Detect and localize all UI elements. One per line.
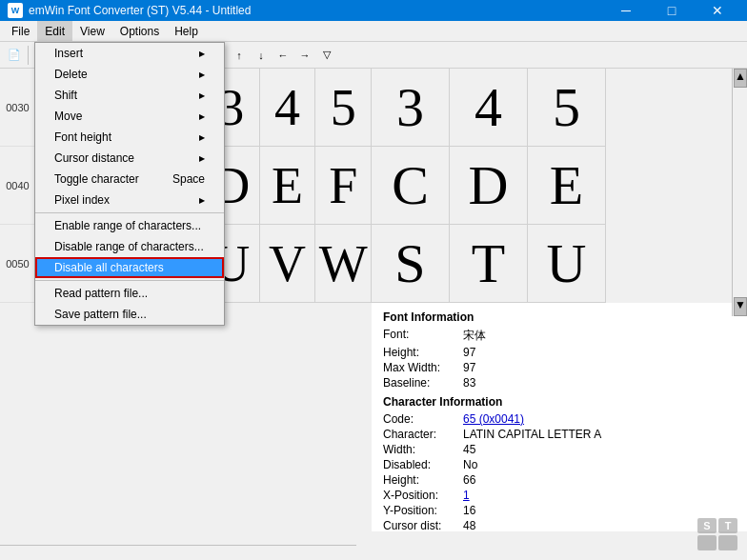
- menu-item-pixel-index[interactable]: Pixel index: [35, 190, 224, 210]
- char-cell-4[interactable]: 4: [260, 69, 316, 147]
- char-info-value-2: 45: [463, 443, 475, 456]
- char-cell-5[interactable]: 5: [315, 69, 372, 147]
- menu-item-enable-range[interactable]: Enable range of characters...: [35, 215, 224, 236]
- row-label-0040: 0040: [0, 147, 36, 225]
- char-info-label-4: Height:: [383, 473, 459, 487]
- char-info-row-1: Character: LATIN CAPITAL LETTER A: [383, 428, 601, 441]
- horizontal-scrollbar[interactable]: [0, 545, 356, 560]
- font-info-value-3: 83: [463, 376, 475, 390]
- menu-bar: File Edit View Options Help: [0, 21, 747, 42]
- title-bar: W emWin Font Converter (ST) V5.44 - Unti…: [0, 0, 747, 21]
- font-info-label-2: Max Width:: [383, 361, 459, 374]
- maximize-button[interactable]: □: [650, 0, 694, 21]
- menu-item-shift[interactable]: Shift: [35, 85, 224, 106]
- font-cell-U[interactable]: U: [528, 225, 606, 303]
- char-info-value-6: 16: [463, 504, 475, 517]
- char-info-value-7: 48: [463, 519, 475, 531]
- menu-item-save-pattern[interactable]: Save pattern file...: [35, 304, 224, 325]
- char-cell-W[interactable]: W: [315, 225, 372, 303]
- menu-item-cursor-distance[interactable]: Cursor distance: [35, 148, 224, 169]
- font-cell-4[interactable]: 4: [450, 69, 528, 147]
- char-info-title: Character Information: [383, 395, 601, 409]
- toolbar-btn-10[interactable]: ↑: [229, 45, 250, 66]
- menu-item-disable-all[interactable]: Disable all characters: [35, 257, 224, 278]
- menu-options[interactable]: Options: [112, 21, 167, 41]
- char-info-value-0[interactable]: 65 (0x0041): [463, 412, 524, 426]
- svg-rect-3: [718, 535, 737, 550]
- menu-view[interactable]: View: [72, 21, 112, 41]
- toolbar-btn-filter[interactable]: ▽: [316, 45, 337, 66]
- font-row-2: C D E: [372, 147, 747, 225]
- font-cell-T[interactable]: T: [450, 225, 528, 303]
- font-cell-5[interactable]: 5: [528, 69, 606, 147]
- char-info-value-1: LATIN CAPITAL LETTER A: [463, 428, 601, 441]
- toolbar-btn-new[interactable]: 📄: [4, 45, 25, 66]
- minimize-button[interactable]: ─: [604, 0, 648, 21]
- font-info-section: Font Information Font: 宋体 Height: 97 Max…: [383, 310, 601, 524]
- toggle-character-label: Toggle character: [54, 172, 139, 186]
- font-cell-E[interactable]: E: [528, 147, 606, 225]
- font-cell-3[interactable]: 3: [372, 69, 450, 147]
- svg-text:T: T: [725, 520, 732, 531]
- font-info-label-0: Font:: [383, 328, 459, 344]
- char-info-row-2: Width: 45: [383, 443, 601, 456]
- window-controls: ─ □ ✕: [604, 0, 739, 21]
- toolbar-btn-13[interactable]: →: [294, 45, 315, 66]
- font-cell-C[interactable]: C: [372, 147, 450, 225]
- font-info-value-2: 97: [463, 361, 475, 374]
- font-info-value-1: 97: [463, 346, 475, 359]
- char-info-row-3: Disabled: No: [383, 458, 601, 471]
- vertical-scrollbar[interactable]: ▲ ▼: [732, 69, 747, 316]
- info-area: Font Information Font: 宋体 Height: 97 Max…: [372, 303, 747, 531]
- separator-2: [35, 280, 224, 281]
- svg-rect-2: [697, 535, 717, 550]
- menu-item-font-height[interactable]: Font height: [35, 127, 224, 148]
- char-info-label-7: Cursor dist:: [383, 519, 459, 531]
- font-cell-S[interactable]: S: [372, 225, 450, 303]
- menu-item-read-pattern[interactable]: Read pattern file...: [35, 283, 224, 304]
- menu-item-delete[interactable]: Delete: [35, 64, 224, 85]
- char-info-row-5: X-Position: 1: [383, 489, 601, 502]
- toolbar-sep-1: [28, 46, 29, 65]
- char-info-value-3: No: [463, 458, 477, 471]
- font-row-1: 3 4 5: [372, 69, 747, 147]
- char-info-label-2: Width:: [383, 443, 459, 456]
- char-info-value-5[interactable]: 1: [463, 489, 470, 502]
- menu-item-move[interactable]: Move: [35, 106, 224, 127]
- menu-item-toggle-character[interactable]: Toggle character Space: [35, 169, 224, 190]
- toolbar-btn-12[interactable]: ←: [273, 45, 293, 66]
- close-button[interactable]: ✕: [696, 0, 739, 21]
- font-info-label-1: Height:: [383, 346, 459, 359]
- separator-1: [35, 212, 224, 213]
- toolbar-btn-11[interactable]: ↓: [251, 45, 272, 66]
- right-panel: 3 4 5 C D E S T U ▲ ▼ Font Information F…: [372, 69, 747, 560]
- window-title: emWin Font Converter (ST) V5.44 - Untitl…: [29, 4, 604, 17]
- svg-text:S: S: [703, 520, 710, 531]
- char-cell-V[interactable]: V: [260, 225, 316, 303]
- row-label-0030: 0030: [0, 69, 36, 147]
- char-info-row-7: Cursor dist: 48: [383, 519, 601, 531]
- font-info-label-3: Baseline:: [383, 376, 459, 390]
- char-info-label-5: X-Position:: [383, 489, 459, 502]
- font-info-row-2: Max Width: 97: [383, 361, 601, 374]
- char-cell-F[interactable]: F: [315, 147, 372, 225]
- menu-file[interactable]: File: [4, 21, 37, 41]
- menu-edit[interactable]: Edit: [37, 21, 72, 41]
- font-row-3: S T U: [372, 225, 747, 303]
- char-info-label-3: Disabled:: [383, 458, 459, 471]
- menu-help[interactable]: Help: [167, 21, 206, 41]
- font-info-title: Font Information: [383, 310, 601, 324]
- font-info-row-3: Baseline: 83: [383, 376, 601, 390]
- char-info-label-0: Code:: [383, 412, 459, 426]
- menu-item-insert[interactable]: Insert: [35, 43, 224, 64]
- app-icon: W: [8, 3, 23, 18]
- font-info-row-1: Height: 97: [383, 346, 601, 359]
- font-cell-D[interactable]: D: [450, 147, 528, 225]
- edit-dropdown-menu: Insert Delete Shift Move Font height Cur…: [34, 42, 225, 326]
- font-info-value-0: 宋体: [463, 328, 486, 344]
- char-info-label-6: Y-Position:: [383, 504, 459, 517]
- menu-item-disable-range[interactable]: Disable range of characters...: [35, 236, 224, 257]
- char-cell-E[interactable]: E: [260, 147, 316, 225]
- char-info-row-4: Height: 66: [383, 473, 601, 487]
- toggle-character-shortcut: Space: [172, 172, 205, 186]
